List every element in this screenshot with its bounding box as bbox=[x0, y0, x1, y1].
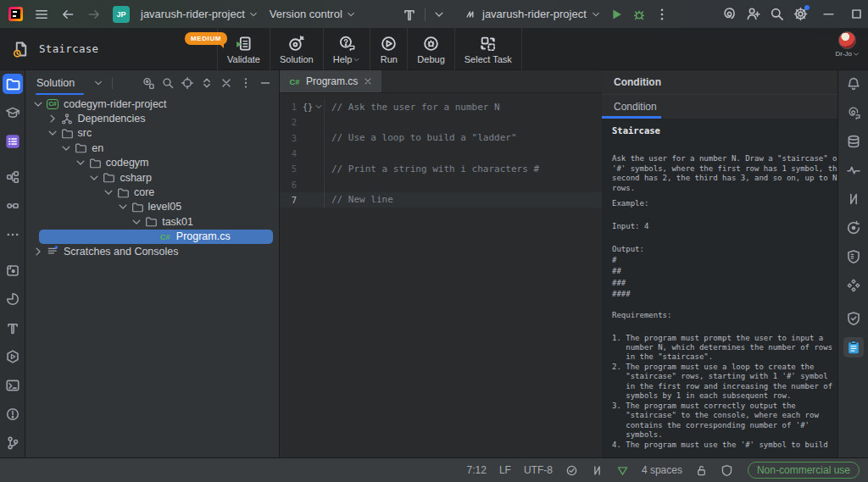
back-button[interactable] bbox=[60, 7, 75, 22]
inspections[interactable] bbox=[565, 464, 578, 477]
solution-button[interactable]: Solution bbox=[270, 28, 323, 70]
expand-all-button[interactable] bbox=[200, 76, 214, 90]
condition-block-label: Requirements: bbox=[612, 311, 834, 321]
code-line-7[interactable]: 7// New line bbox=[280, 192, 602, 208]
tool-endpoints-button[interactable] bbox=[843, 218, 864, 238]
tool-notifications-button[interactable] bbox=[843, 74, 864, 94]
tree-item-src[interactable]: src bbox=[25, 126, 279, 141]
tree-item-en[interactable]: en bbox=[25, 141, 279, 155]
code-line-2[interactable]: 2 bbox=[280, 114, 602, 130]
code-line-6[interactable]: 6 bbox=[280, 176, 602, 191]
tool-dottrace-button[interactable] bbox=[843, 189, 864, 209]
collapse-all-button[interactable] bbox=[220, 76, 233, 90]
tool-structure-button[interactable] bbox=[3, 167, 23, 187]
tool-problems-button[interactable] bbox=[3, 404, 23, 424]
code-line-5[interactable]: 5// Print a string with i characters # bbox=[280, 161, 602, 176]
search-button[interactable] bbox=[769, 6, 785, 22]
folder-icon bbox=[5, 76, 20, 91]
indent[interactable]: 4 spaces bbox=[642, 464, 682, 476]
code-line-4[interactable]: 4 bbox=[280, 146, 602, 161]
encoding[interactable]: UTF-8 bbox=[524, 464, 553, 476]
debug-button[interactable]: Debug bbox=[408, 28, 453, 70]
minimize-button[interactable] bbox=[821, 6, 837, 22]
minus-button[interactable] bbox=[259, 76, 272, 90]
gutter: 4 bbox=[280, 146, 325, 161]
tool-database-button[interactable] bbox=[843, 131, 864, 152]
condition-content[interactable]: StaircaseAsk the user for a number N. Dr… bbox=[602, 119, 837, 457]
tool-solution-explorer-button[interactable] bbox=[3, 74, 23, 94]
validate-button[interactable]: Validate bbox=[218, 28, 270, 70]
tree-item-level05[interactable]: level05 bbox=[25, 200, 279, 214]
tree-item-scratches-and-consoles[interactable]: Scratches and Consoles bbox=[25, 244, 279, 258]
vcs-selector[interactable]: Version control bbox=[270, 8, 356, 20]
code-area[interactable]: 1{}// Ask the user for a number N23// Us… bbox=[280, 93, 602, 208]
tree-item-csharp[interactable]: csharp bbox=[25, 170, 279, 185]
build-chevron-button[interactable] bbox=[433, 8, 445, 20]
tool-dependencies-check-button[interactable] bbox=[843, 247, 864, 267]
tree-item-task01[interactable]: task01 bbox=[25, 214, 279, 229]
tool-commit-button[interactable] bbox=[3, 196, 23, 216]
tool-version-control-button[interactable] bbox=[3, 433, 23, 453]
more-actions-button[interactable] bbox=[654, 7, 670, 22]
line-separator[interactable]: LF bbox=[499, 464, 511, 476]
run-button[interactable]: Run bbox=[370, 28, 407, 70]
close-icon[interactable] bbox=[363, 76, 373, 86]
build-button[interactable] bbox=[402, 7, 417, 22]
debug-button[interactable] bbox=[632, 7, 647, 22]
main-menu-button[interactable] bbox=[34, 7, 49, 22]
project-selector[interactable]: javarush-rider-project bbox=[141, 8, 259, 20]
select-opened-file-button[interactable] bbox=[142, 76, 155, 90]
tool-codegym-tasks-button[interactable] bbox=[3, 131, 23, 152]
user-menu[interactable]: Dr-Jo bbox=[835, 31, 860, 58]
license[interactable]: Non-commercial use bbox=[748, 462, 860, 479]
run-button[interactable] bbox=[609, 7, 624, 22]
csharp-file-icon: C# bbox=[288, 76, 301, 87]
tool-coverage-button[interactable] bbox=[3, 289, 23, 309]
write-access[interactable] bbox=[695, 464, 708, 477]
tree-item-codegym[interactable]: codegym bbox=[25, 156, 279, 170]
tree-item-codegym-rider-project[interactable]: C#codegym-rider-project bbox=[25, 97, 279, 111]
search-button[interactable] bbox=[161, 76, 175, 90]
caret-position[interactable]: 7:12 bbox=[467, 464, 487, 476]
fold-region[interactable]: {} bbox=[297, 102, 324, 112]
tool-security-button[interactable] bbox=[843, 308, 864, 329]
tree-item-dependencies[interactable]: Dependencies bbox=[25, 111, 279, 125]
rider-logo-icon[interactable] bbox=[8, 7, 23, 21]
tool-terminal-button[interactable] bbox=[3, 375, 23, 396]
solution-view-selector[interactable]: Solution bbox=[36, 77, 103, 89]
condition-line: Input: 4 bbox=[612, 222, 834, 232]
condition-line: in the first row and increasing the numb… bbox=[612, 382, 834, 391]
code-line-3[interactable]: 3// Use a loop to build a "ladder" bbox=[280, 130, 602, 146]
tool-run-window-button[interactable] bbox=[3, 346, 23, 367]
settings-button[interactable] bbox=[793, 6, 809, 22]
forward-button[interactable] bbox=[86, 7, 102, 22]
locate-button[interactable] bbox=[181, 76, 194, 90]
tree-item-core[interactable]: core bbox=[25, 185, 279, 199]
tool-ai-assistant-button[interactable] bbox=[843, 102, 864, 123]
folder-node-icon bbox=[102, 171, 115, 184]
ai-assistant-button[interactable] bbox=[721, 6, 737, 22]
tab-condition[interactable]: Condition bbox=[602, 101, 657, 113]
tool-learn-button[interactable] bbox=[3, 102, 23, 123]
add-user-button[interactable] bbox=[745, 6, 761, 22]
tool-more-tools-button[interactable] bbox=[3, 224, 23, 245]
kebab-button[interactable] bbox=[239, 76, 253, 90]
resharper-status[interactable] bbox=[616, 464, 629, 477]
tool-build-button[interactable] bbox=[3, 318, 23, 338]
rider-window: JP javarush-rider-project Version contro… bbox=[0, 0, 868, 482]
tool-condition-button[interactable] bbox=[843, 337, 864, 357]
tool-dotmemory-button[interactable] bbox=[843, 275, 864, 296]
select-task-button[interactable]: Select Task bbox=[455, 28, 521, 70]
tool-profiler-button[interactable] bbox=[843, 160, 864, 180]
security-status[interactable] bbox=[721, 464, 733, 477]
tab-program-cs[interactable]: C# Program.cs bbox=[280, 70, 381, 92]
tool-services-button[interactable] bbox=[3, 260, 23, 280]
help-button[interactable]: Help bbox=[324, 28, 370, 70]
code-line-1[interactable]: 1{}// Ask the user for a number N bbox=[280, 99, 602, 114]
terminal-icon bbox=[5, 378, 20, 393]
maximize-button[interactable] bbox=[849, 6, 865, 22]
run-config-selector[interactable]: javarush-rider-project bbox=[465, 8, 601, 21]
dottrace-status[interactable] bbox=[591, 464, 604, 477]
tree-item-program-cs[interactable]: C#Program.cs bbox=[25, 230, 279, 244]
project-badge[interactable]: JP bbox=[113, 6, 130, 23]
